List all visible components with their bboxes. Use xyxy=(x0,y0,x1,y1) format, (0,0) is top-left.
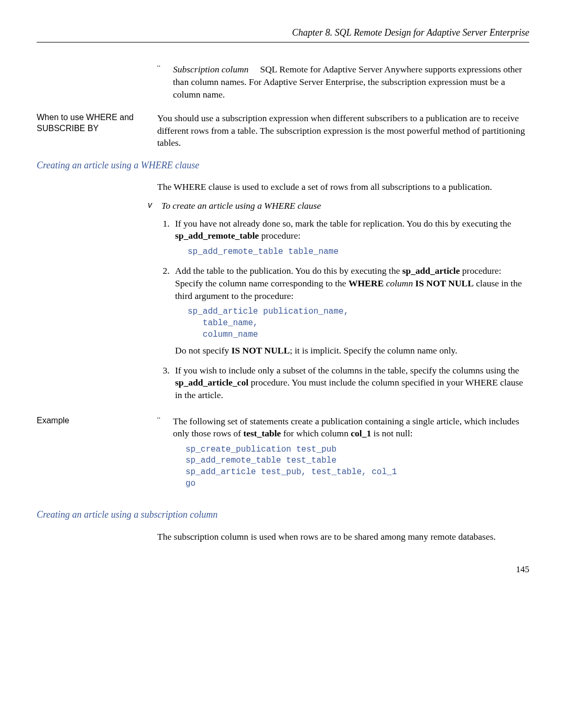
code-block-1: sp_add_remote_table table_name xyxy=(188,247,529,258)
step-1: If you have not already done so, mark th… xyxy=(172,218,529,258)
page-number: 145 xyxy=(37,564,529,576)
example-bullet-mark: ¨ xyxy=(157,415,173,494)
when-body: You should use a subscription expression… xyxy=(157,112,529,149)
subcol-body: The subscription column is used when row… xyxy=(157,531,529,543)
step3-a: If you wish to include only a subset of … xyxy=(175,365,519,376)
step2-a: Add the table to the publication. You do… xyxy=(175,265,402,276)
bullet-mark: ¨ xyxy=(157,63,173,101)
example-side-label: Example xyxy=(37,415,157,499)
step1-proc: sp_add_remote_table xyxy=(175,230,259,241)
code-block-example: sp_create_publication test_pub sp_add_re… xyxy=(186,444,529,489)
ex-c: for which column xyxy=(281,428,351,438)
side-empty-3 xyxy=(37,531,157,543)
running-header: Chapter 8. SQL Remote Design for Adaptiv… xyxy=(37,26,529,39)
ex-b: test_table xyxy=(243,428,281,438)
section-heading-where: Creating an article using a WHERE clause xyxy=(37,159,529,172)
when-side-label: When to use WHERE and SUBSCRIBE BY xyxy=(37,112,157,149)
where-intro: The WHERE clause is used to exclude a se… xyxy=(157,181,529,194)
side-empty xyxy=(37,63,157,106)
step2-col-italic: column xyxy=(386,278,413,288)
step2-b: sp_add_article xyxy=(402,265,460,276)
step-3: If you wish to include only a subset of … xyxy=(172,365,529,402)
step-2: Add the table to the publication. You do… xyxy=(172,265,529,357)
step1-text-c: procedure: xyxy=(259,230,300,241)
header-rule xyxy=(37,42,529,42)
procedure-title: To create an article using a WHERE claus… xyxy=(161,200,529,212)
ex-e: is not null: xyxy=(371,428,412,438)
step2-f: IS NOT NULL xyxy=(415,278,474,288)
procedure-mark: v xyxy=(148,200,152,209)
intro-bullet: Subscription column SQL Remote for Adapt… xyxy=(173,63,529,101)
step3-b: sp_add_article_col xyxy=(175,377,248,388)
example-body: The following set of statements create a… xyxy=(173,415,529,494)
code-block-2: sp_add_article publication_name, table_n… xyxy=(188,306,529,340)
step2-post-b: IS NOT NULL xyxy=(231,345,290,356)
side-empty-2 xyxy=(37,181,157,194)
ex-d: col_1 xyxy=(351,428,371,438)
step1-text-a: If you have not already done so, mark th… xyxy=(175,218,511,229)
step2-post-c: ; it is implicit. Specify the column nam… xyxy=(290,345,458,356)
section-heading-subcol: Creating an article using a subscription… xyxy=(37,508,529,521)
step2-post-a: Do not specify xyxy=(175,345,231,356)
subscription-term: Subscription column xyxy=(173,64,248,74)
step2-d: WHERE xyxy=(349,278,384,288)
